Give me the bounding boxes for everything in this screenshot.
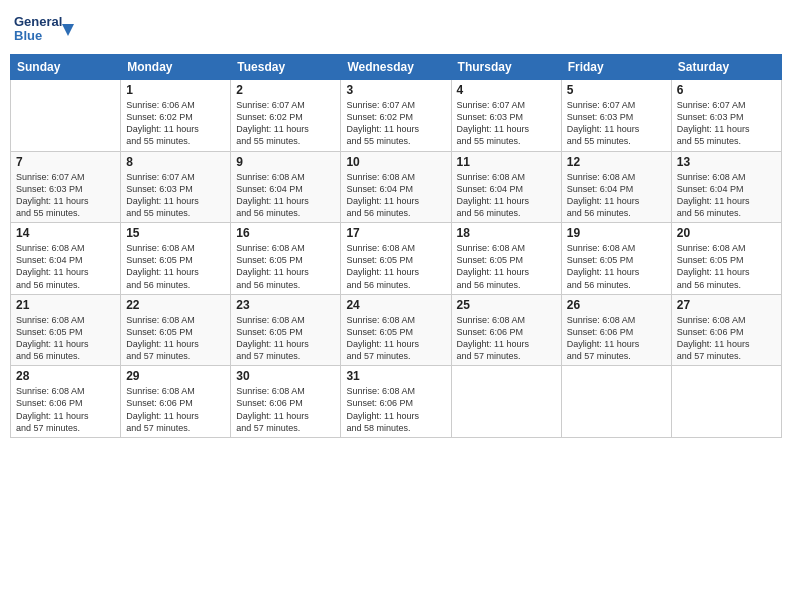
calendar-cell: 21Sunrise: 6:08 AM Sunset: 6:05 PM Dayli… xyxy=(11,294,121,366)
calendar-cell: 26Sunrise: 6:08 AM Sunset: 6:06 PM Dayli… xyxy=(561,294,671,366)
calendar-week-row: 14Sunrise: 6:08 AM Sunset: 6:04 PM Dayli… xyxy=(11,223,782,295)
calendar-cell: 15Sunrise: 6:08 AM Sunset: 6:05 PM Dayli… xyxy=(121,223,231,295)
day-info: Sunrise: 6:07 AM Sunset: 6:02 PM Dayligh… xyxy=(346,99,445,148)
day-number: 9 xyxy=(236,155,335,169)
day-number: 19 xyxy=(567,226,666,240)
calendar-cell: 12Sunrise: 6:08 AM Sunset: 6:04 PM Dayli… xyxy=(561,151,671,223)
day-number: 30 xyxy=(236,369,335,383)
calendar-cell: 3Sunrise: 6:07 AM Sunset: 6:02 PM Daylig… xyxy=(341,80,451,152)
day-info: Sunrise: 6:08 AM Sunset: 6:05 PM Dayligh… xyxy=(126,314,225,363)
day-number: 23 xyxy=(236,298,335,312)
calendar-cell: 4Sunrise: 6:07 AM Sunset: 6:03 PM Daylig… xyxy=(451,80,561,152)
calendar-cell: 13Sunrise: 6:08 AM Sunset: 6:04 PM Dayli… xyxy=(671,151,781,223)
calendar-cell: 19Sunrise: 6:08 AM Sunset: 6:05 PM Dayli… xyxy=(561,223,671,295)
calendar-cell xyxy=(11,80,121,152)
calendar-cell: 8Sunrise: 6:07 AM Sunset: 6:03 PM Daylig… xyxy=(121,151,231,223)
day-info: Sunrise: 6:07 AM Sunset: 6:03 PM Dayligh… xyxy=(677,99,776,148)
calendar-week-row: 1Sunrise: 6:06 AM Sunset: 6:02 PM Daylig… xyxy=(11,80,782,152)
day-number: 3 xyxy=(346,83,445,97)
day-number: 5 xyxy=(567,83,666,97)
day-info: Sunrise: 6:08 AM Sunset: 6:04 PM Dayligh… xyxy=(346,171,445,220)
weekday-header-cell: Wednesday xyxy=(341,55,451,80)
day-number: 18 xyxy=(457,226,556,240)
day-info: Sunrise: 6:08 AM Sunset: 6:05 PM Dayligh… xyxy=(236,242,335,291)
day-info: Sunrise: 6:07 AM Sunset: 6:03 PM Dayligh… xyxy=(126,171,225,220)
weekday-header-cell: Friday xyxy=(561,55,671,80)
calendar-cell: 2Sunrise: 6:07 AM Sunset: 6:02 PM Daylig… xyxy=(231,80,341,152)
calendar-week-row: 21Sunrise: 6:08 AM Sunset: 6:05 PM Dayli… xyxy=(11,294,782,366)
weekday-header-row: SundayMondayTuesdayWednesdayThursdayFrid… xyxy=(11,55,782,80)
calendar-cell: 5Sunrise: 6:07 AM Sunset: 6:03 PM Daylig… xyxy=(561,80,671,152)
day-number: 4 xyxy=(457,83,556,97)
calendar-cell: 14Sunrise: 6:08 AM Sunset: 6:04 PM Dayli… xyxy=(11,223,121,295)
day-info: Sunrise: 6:08 AM Sunset: 6:06 PM Dayligh… xyxy=(457,314,556,363)
logo-svg: General Blue xyxy=(14,10,74,46)
calendar-cell: 16Sunrise: 6:08 AM Sunset: 6:05 PM Dayli… xyxy=(231,223,341,295)
weekday-header-cell: Tuesday xyxy=(231,55,341,80)
day-number: 25 xyxy=(457,298,556,312)
calendar-week-row: 28Sunrise: 6:08 AM Sunset: 6:06 PM Dayli… xyxy=(11,366,782,438)
calendar-body: 1Sunrise: 6:06 AM Sunset: 6:02 PM Daylig… xyxy=(11,80,782,438)
day-number: 24 xyxy=(346,298,445,312)
weekday-header-cell: Thursday xyxy=(451,55,561,80)
day-info: Sunrise: 6:08 AM Sunset: 6:04 PM Dayligh… xyxy=(677,171,776,220)
day-number: 12 xyxy=(567,155,666,169)
calendar-page: General Blue SundayMondayTuesdayWednesda… xyxy=(0,0,792,612)
calendar-cell: 27Sunrise: 6:08 AM Sunset: 6:06 PM Dayli… xyxy=(671,294,781,366)
day-info: Sunrise: 6:08 AM Sunset: 6:04 PM Dayligh… xyxy=(567,171,666,220)
day-info: Sunrise: 6:08 AM Sunset: 6:04 PM Dayligh… xyxy=(236,171,335,220)
day-number: 2 xyxy=(236,83,335,97)
calendar-cell: 1Sunrise: 6:06 AM Sunset: 6:02 PM Daylig… xyxy=(121,80,231,152)
day-number: 28 xyxy=(16,369,115,383)
calendar-week-row: 7Sunrise: 6:07 AM Sunset: 6:03 PM Daylig… xyxy=(11,151,782,223)
day-info: Sunrise: 6:08 AM Sunset: 6:06 PM Dayligh… xyxy=(346,385,445,434)
calendar-cell xyxy=(451,366,561,438)
day-number: 17 xyxy=(346,226,445,240)
day-number: 26 xyxy=(567,298,666,312)
calendar-cell xyxy=(561,366,671,438)
day-info: Sunrise: 6:07 AM Sunset: 6:03 PM Dayligh… xyxy=(567,99,666,148)
calendar-cell: 25Sunrise: 6:08 AM Sunset: 6:06 PM Dayli… xyxy=(451,294,561,366)
calendar-cell: 9Sunrise: 6:08 AM Sunset: 6:04 PM Daylig… xyxy=(231,151,341,223)
day-info: Sunrise: 6:08 AM Sunset: 6:04 PM Dayligh… xyxy=(16,242,115,291)
svg-text:Blue: Blue xyxy=(14,28,42,43)
day-info: Sunrise: 6:06 AM Sunset: 6:02 PM Dayligh… xyxy=(126,99,225,148)
calendar-cell: 23Sunrise: 6:08 AM Sunset: 6:05 PM Dayli… xyxy=(231,294,341,366)
calendar-cell: 22Sunrise: 6:08 AM Sunset: 6:05 PM Dayli… xyxy=(121,294,231,366)
day-info: Sunrise: 6:08 AM Sunset: 6:05 PM Dayligh… xyxy=(16,314,115,363)
weekday-header-cell: Saturday xyxy=(671,55,781,80)
calendar-table: SundayMondayTuesdayWednesdayThursdayFrid… xyxy=(10,54,782,438)
day-number: 14 xyxy=(16,226,115,240)
day-info: Sunrise: 6:08 AM Sunset: 6:04 PM Dayligh… xyxy=(457,171,556,220)
day-info: Sunrise: 6:08 AM Sunset: 6:06 PM Dayligh… xyxy=(567,314,666,363)
day-info: Sunrise: 6:08 AM Sunset: 6:05 PM Dayligh… xyxy=(346,242,445,291)
day-info: Sunrise: 6:08 AM Sunset: 6:05 PM Dayligh… xyxy=(236,314,335,363)
calendar-cell: 30Sunrise: 6:08 AM Sunset: 6:06 PM Dayli… xyxy=(231,366,341,438)
calendar-cell: 18Sunrise: 6:08 AM Sunset: 6:05 PM Dayli… xyxy=(451,223,561,295)
day-info: Sunrise: 6:08 AM Sunset: 6:05 PM Dayligh… xyxy=(126,242,225,291)
calendar-cell: 7Sunrise: 6:07 AM Sunset: 6:03 PM Daylig… xyxy=(11,151,121,223)
calendar-cell: 24Sunrise: 6:08 AM Sunset: 6:05 PM Dayli… xyxy=(341,294,451,366)
day-number: 11 xyxy=(457,155,556,169)
logo: General Blue xyxy=(14,10,74,46)
day-number: 1 xyxy=(126,83,225,97)
calendar-cell: 17Sunrise: 6:08 AM Sunset: 6:05 PM Dayli… xyxy=(341,223,451,295)
day-info: Sunrise: 6:08 AM Sunset: 6:06 PM Dayligh… xyxy=(236,385,335,434)
calendar-cell: 29Sunrise: 6:08 AM Sunset: 6:06 PM Dayli… xyxy=(121,366,231,438)
svg-text:General: General xyxy=(14,14,62,29)
day-info: Sunrise: 6:08 AM Sunset: 6:06 PM Dayligh… xyxy=(126,385,225,434)
day-number: 20 xyxy=(677,226,776,240)
day-number: 13 xyxy=(677,155,776,169)
day-info: Sunrise: 6:08 AM Sunset: 6:05 PM Dayligh… xyxy=(346,314,445,363)
day-number: 21 xyxy=(16,298,115,312)
calendar-cell: 20Sunrise: 6:08 AM Sunset: 6:05 PM Dayli… xyxy=(671,223,781,295)
day-number: 31 xyxy=(346,369,445,383)
calendar-cell: 28Sunrise: 6:08 AM Sunset: 6:06 PM Dayli… xyxy=(11,366,121,438)
calendar-cell: 10Sunrise: 6:08 AM Sunset: 6:04 PM Dayli… xyxy=(341,151,451,223)
day-number: 27 xyxy=(677,298,776,312)
day-number: 6 xyxy=(677,83,776,97)
day-number: 29 xyxy=(126,369,225,383)
day-info: Sunrise: 6:08 AM Sunset: 6:05 PM Dayligh… xyxy=(567,242,666,291)
calendar-cell: 11Sunrise: 6:08 AM Sunset: 6:04 PM Dayli… xyxy=(451,151,561,223)
day-number: 15 xyxy=(126,226,225,240)
